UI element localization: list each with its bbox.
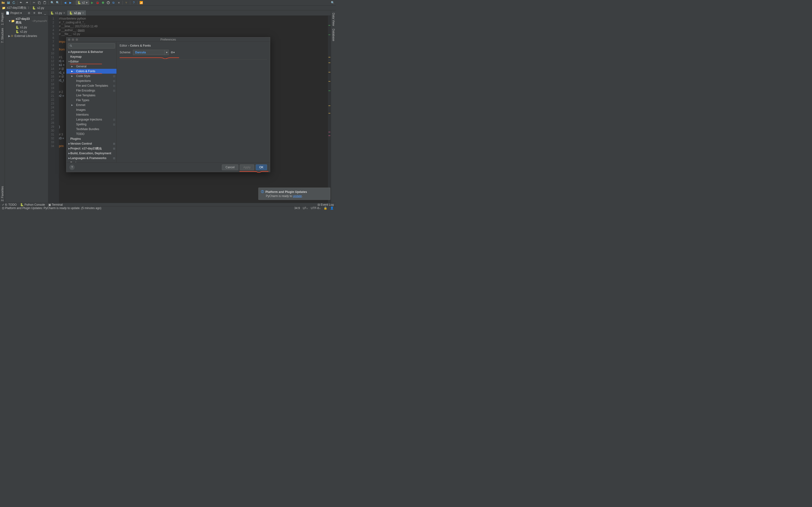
dialog-footer: ? Cancel Apply OK (66, 162, 270, 172)
modal-overlay: Preferences ▶Appearance & BehaviorKeymap… (0, 0, 336, 210)
settings-tree-item[interactable]: Keymap (66, 54, 116, 59)
settings-tree-item[interactable]: File Encodings⊡ (66, 88, 116, 93)
file-encoding[interactable]: UTF-8⬦ (311, 207, 321, 210)
event-log-tool-tab[interactable]: ⊟ Event Log (317, 203, 334, 207)
scheme-value: Darcula (133, 50, 164, 55)
status-message: Platform and Plugin Updates: PyCharm is … (5, 207, 101, 210)
search-input[interactable] (73, 44, 113, 48)
caret-position[interactable]: 34:9 (294, 207, 300, 210)
settings-tree-item[interactable]: ▶Project: s17-day23爬虫⊡ (66, 146, 116, 151)
bottom-tool-stripe: ✓ 6: TODO 🐍 Python Console ▣ Terminal ⊟ … (0, 203, 336, 206)
settings-tree-item[interactable]: Plugins (66, 136, 116, 141)
settings-tree-item[interactable]: TextMate Bundles (66, 127, 116, 131)
settings-tree[interactable]: ▶Appearance & BehaviorKeymap▼Editor▶Gene… (66, 50, 116, 162)
terminal-tool-tab[interactable]: ▣ Terminal (48, 203, 63, 207)
svg-point-6 (70, 45, 71, 46)
search-icon (69, 44, 72, 47)
dropdown-arrow-icon[interactable]: ▾ (164, 50, 168, 55)
settings-tree-item[interactable]: Spelling⊡ (66, 122, 116, 127)
status-icon[interactable]: ⊡ (2, 207, 4, 210)
settings-tree-item[interactable]: Images (66, 107, 116, 112)
settings-tree-panel: ▶Appearance & BehaviorKeymap▼Editor▶Gene… (66, 42, 117, 162)
notification-balloon[interactable]: ⓘPlatform and Plugin Updates PyCharm is … (258, 187, 331, 200)
cancel-button[interactable]: Cancel (222, 164, 238, 170)
help-button[interactable]: ? (69, 165, 75, 170)
settings-tree-item[interactable]: ▶Tools (66, 161, 116, 162)
settings-search[interactable] (68, 43, 115, 49)
preferences-dialog: Preferences ▶Appearance & BehaviorKeymap… (66, 37, 270, 172)
settings-tree-item[interactable]: Intentions (66, 112, 116, 117)
line-separator[interactable]: LF⬦ (303, 207, 308, 210)
settings-content: Editor › Colors & Fonts Scheme: Darcula … (117, 42, 270, 162)
settings-tree-item[interactable]: ▶Version Control⊡ (66, 141, 116, 146)
settings-tree-item[interactable]: Live Templates (66, 93, 116, 98)
window-controls[interactable] (68, 38, 78, 41)
settings-tree-item[interactable]: ▶Emmet (66, 103, 116, 107)
settings-tree-item[interactable]: ▶Code Style⊡ (66, 74, 116, 78)
settings-tree-item[interactable]: TODO (66, 131, 116, 136)
settings-tree-item[interactable]: ▶Colors & Fonts (66, 69, 116, 74)
settings-tree-item[interactable]: Language Injections⊡ (66, 117, 116, 122)
settings-tree-item[interactable]: ▶Build, Execution, Deployment (66, 151, 116, 156)
settings-tree-item[interactable]: File Types (66, 98, 116, 103)
notification-title: Platform and Plugin Updates (265, 190, 307, 193)
annotation-underline (240, 171, 268, 173)
scheme-dropdown[interactable]: Darcula ▾ (133, 50, 169, 55)
settings-tree-item[interactable]: Inspections⊡ (66, 78, 116, 83)
settings-tree-item[interactable]: ▼Editor (66, 59, 116, 64)
settings-tree-item[interactable]: File and Code Templates⊡ (66, 83, 116, 88)
update-link[interactable]: update (293, 194, 302, 198)
hector-icon[interactable]: 👤 (330, 207, 334, 210)
settings-tree-item[interactable]: ▶Languages & Frameworks⊡ (66, 156, 116, 161)
scheme-label: Scheme: (120, 51, 131, 54)
apply-button[interactable]: Apply (240, 164, 254, 170)
settings-tree-item[interactable]: ▶Appearance & Behavior (66, 50, 116, 54)
annotation-underline (120, 57, 179, 59)
settings-tree-item[interactable]: ▶General (66, 64, 116, 69)
ok-button[interactable]: OK (256, 164, 267, 170)
python-console-tool-tab[interactable]: 🐍 Python Console (20, 203, 45, 207)
todo-tool-tab[interactable]: ✓ 6: TODO (2, 203, 17, 207)
scheme-gear-icon[interactable]: ⚙▾ (170, 51, 175, 54)
info-icon: ⓘ (261, 190, 264, 194)
status-bar: ⊡ Platform and Plugin Updates: PyCharm i… (0, 206, 336, 210)
settings-breadcrumb: Editor › Colors & Fonts (120, 44, 267, 47)
dialog-title: Preferences (160, 38, 176, 41)
dialog-titlebar[interactable]: Preferences (66, 38, 270, 42)
lock-icon[interactable]: 🔒 (323, 207, 327, 210)
